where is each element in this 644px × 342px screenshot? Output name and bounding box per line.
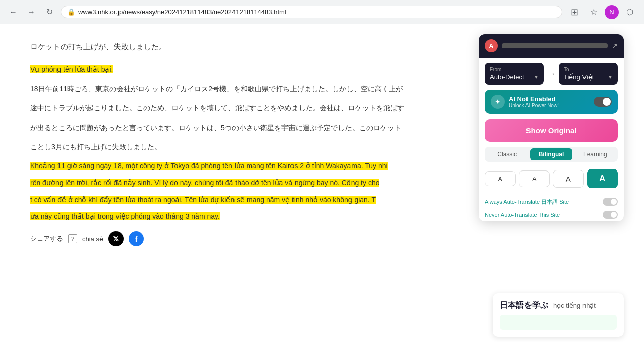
show-original-button[interactable]: Show Original — [485, 119, 618, 142]
translate-icon[interactable]: ⊞ — [566, 4, 582, 20]
toggle-knob — [603, 98, 611, 106]
never-translate-toggle[interactable] — [603, 211, 618, 219]
lang-to-selector[interactable]: To Tiếng Việt ▼ — [559, 63, 618, 85]
share-label-viet: chia sẻ — [82, 235, 103, 243]
back-button[interactable]: ← — [6, 5, 20, 19]
tab-learning[interactable]: Learning — [574, 148, 616, 160]
never-translate-row: Never Auto-Translate This Site — [479, 208, 624, 221]
to-chevron-icon: ▼ — [608, 74, 613, 80]
auto-translate-toggle[interactable] — [603, 198, 618, 206]
star-icon[interactable]: ☆ — [586, 4, 602, 20]
to-value: Tiếng Việt ▼ — [564, 73, 613, 81]
ai-title: AI Not Enabled — [509, 95, 590, 103]
font-size-large[interactable]: A — [553, 170, 584, 188]
from-value: Auto-Detect ▼ — [490, 73, 539, 81]
browser-chrome: ← → ↻ 🔒 www3.nhk.or.jp/news/easy/ne20241… — [0, 0, 644, 24]
extensions-icon[interactable]: ⬡ — [622, 4, 638, 20]
from-chevron-icon: ▼ — [534, 74, 539, 80]
learn-title: 日本語を学ぶ — [500, 300, 548, 311]
share-label-ja: シェアする — [30, 234, 63, 243]
tab-classic[interactable]: Classic — [486, 148, 528, 160]
font-size-xlarge[interactable]: A — [587, 169, 618, 188]
learn-panel-bar — [500, 315, 617, 330]
share-popup-icon[interactable]: ↗ — [612, 42, 618, 50]
auto-translate-label[interactable]: Always Auto-Translate 日本語 Site — [485, 198, 569, 206]
url-text: www3.nhk.or.jp/news/easy/ne2024121811483… — [78, 8, 286, 16]
mini-knob — [611, 199, 617, 205]
tab-bilingual[interactable]: Bilingual — [530, 148, 572, 160]
mode-tabs: Classic Bilingual Learning — [485, 147, 618, 162]
ai-subtitle: Unlock AI Power Now! — [509, 103, 590, 108]
lang-from-selector[interactable]: From Auto-Detect ▼ — [485, 63, 544, 85]
share-section: シェアする ? chia sẻ 𝕏 f — [30, 231, 614, 246]
font-size-medium[interactable]: A — [519, 170, 550, 187]
ai-banner[interactable]: ✦ AI Not Enabled Unlock AI Power Now! — [485, 90, 618, 114]
never-translate-label[interactable]: Never Auto-Translate This Site — [485, 212, 560, 218]
browser-actions: ⊞ ☆ N ⬡ — [566, 4, 638, 20]
to-label: To — [564, 67, 613, 72]
language-row: From Auto-Detect ▼ → To Tiếng Việt ▼ — [479, 58, 624, 90]
forward-button[interactable]: → — [24, 5, 38, 19]
facebook-share-button[interactable]: f — [129, 231, 144, 246]
avatar: A — [485, 39, 498, 52]
address-bar[interactable]: 🔒 www3.nhk.or.jp/news/easy/ne20241218114… — [61, 6, 562, 18]
never-mini-knob — [611, 212, 617, 218]
profile-icon[interactable]: N — [605, 5, 619, 19]
lang-arrow-icon: → — [547, 69, 556, 79]
from-label: From — [490, 67, 539, 72]
auto-translate-row: Always Auto-Translate 日本語 Site — [479, 195, 624, 208]
share-help-icon[interactable]: ? — [68, 234, 77, 243]
translator-popup: A ↗ From Auto-Detect ▼ → To Tiếng Việt ▼ — [479, 34, 624, 221]
font-size-row: A A A A — [485, 167, 618, 190]
header-bar — [502, 43, 608, 48]
learn-panel: 日本語を学ぶ học tiếng nhật — [493, 293, 624, 337]
learn-subtitle: học tiếng nhật — [553, 302, 596, 309]
page-content: ロケットの打ち上げが、失敗しました。 Vụ phóng tên lửa thất… — [0, 24, 644, 342]
popup-header: A ↗ — [479, 34, 624, 58]
font-size-small[interactable]: A — [485, 171, 516, 186]
reload-button[interactable]: ↻ — [42, 5, 56, 19]
ai-toggle[interactable] — [594, 97, 612, 107]
ai-sparkle-icon: ✦ — [491, 95, 505, 109]
twitter-share-button[interactable]: 𝕏 — [108, 231, 124, 246]
ai-text-block: AI Not Enabled Unlock AI Power Now! — [509, 95, 590, 108]
